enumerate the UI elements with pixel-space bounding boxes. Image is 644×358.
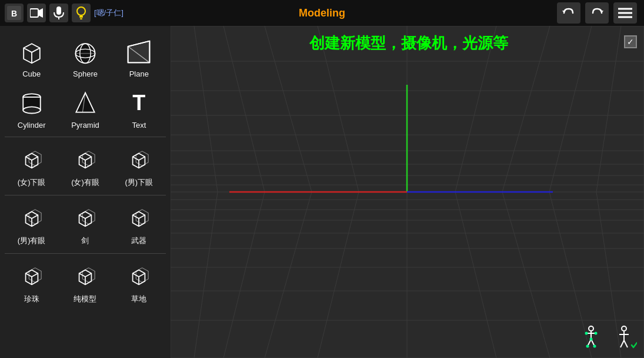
svg-line-68 xyxy=(85,273,91,277)
female-eye-icon xyxy=(70,144,101,175)
svg-line-92 xyxy=(455,192,496,358)
female-eye-item[interactable]: (女)有眼 xyxy=(58,140,112,193)
lightbulb-icon[interactable] xyxy=(72,4,91,22)
cube-label: Cube xyxy=(22,69,41,78)
grass-item[interactable]: 草地 xyxy=(112,256,166,309)
svg-line-33 xyxy=(32,157,38,160)
undo-button[interactable] xyxy=(557,2,580,24)
person-icon[interactable] xyxy=(611,325,637,351)
app-logo[interactable]: B xyxy=(5,4,24,22)
svg-line-134 xyxy=(624,340,628,347)
female-lower-eye-label: (女)下眼 xyxy=(18,177,46,188)
svg-point-127 xyxy=(590,338,593,341)
separator-3 xyxy=(5,253,166,254)
svg-line-89 xyxy=(265,192,312,358)
pyramid-item[interactable]: Pyramid xyxy=(58,83,112,134)
custom-row1: (女)下眼 (女)有眼 xyxy=(5,140,166,193)
svg-point-126 xyxy=(595,332,598,335)
sword-label: 剑 xyxy=(81,236,89,246)
text-icon-el: T xyxy=(124,88,154,118)
grass-label: 草地 xyxy=(131,294,146,304)
plane-item[interactable]: Plane xyxy=(112,32,166,83)
svg-line-133 xyxy=(620,340,624,347)
sword-item[interactable]: 剑 xyxy=(58,198,112,251)
svg-point-6 xyxy=(77,7,85,15)
svg-point-128 xyxy=(586,345,589,348)
sphere-icon xyxy=(70,37,101,67)
header-right xyxy=(557,2,644,24)
viewport[interactable]: .grid-line { stroke: #3a3a3a; stroke-wid… xyxy=(171,26,644,358)
grass-icon xyxy=(124,261,154,291)
female-lower-eye-item[interactable]: (女)下眼 xyxy=(5,140,58,193)
male-lower-eye-label: (男)下眼 xyxy=(125,177,153,188)
pyramid-label: Pyramid xyxy=(71,121,99,130)
svg-rect-7 xyxy=(79,16,83,18)
svg-line-53 xyxy=(85,215,91,218)
bracket-text: [嗯/子仁] xyxy=(94,8,124,18)
grid-svg: .grid-line { stroke: #3a3a3a; stroke-wid… xyxy=(171,26,644,358)
svg-line-13 xyxy=(24,48,32,52)
svg-line-38 xyxy=(85,157,91,160)
male-eye-item[interactable]: (男)有眼 xyxy=(5,198,58,251)
svg-line-43 xyxy=(139,157,145,160)
weapon-item[interactable]: 武器 xyxy=(112,198,166,251)
svg-point-125 xyxy=(585,332,588,335)
text-item[interactable]: T Text xyxy=(112,83,166,134)
custom-row2: (男)有眼 剑 xyxy=(5,198,166,251)
sphere-item[interactable]: Sphere xyxy=(58,32,112,83)
cylinder-item[interactable]: Cylinder xyxy=(5,83,58,134)
svg-point-28 xyxy=(23,107,40,113)
male-lower-eye-icon xyxy=(124,144,154,175)
svg-marker-29 xyxy=(76,93,94,112)
pure-model-icon xyxy=(70,261,101,291)
pure-model-item[interactable]: 纯模型 xyxy=(58,256,112,309)
cylinder-label: Cylinder xyxy=(18,121,46,130)
svg-line-88 xyxy=(223,192,265,358)
female-lower-eye-icon xyxy=(16,144,47,175)
pyramid-icon xyxy=(70,88,101,118)
redo-button[interactable] xyxy=(585,2,609,24)
subtitle: 创建新模型，摄像机，光源等 xyxy=(173,29,644,57)
male-eye-label: (男)有眼 xyxy=(18,236,46,246)
sphere-label: Sphere xyxy=(73,69,98,78)
svg-rect-8 xyxy=(80,18,82,19)
weapon-icon xyxy=(124,203,154,233)
svg-line-14 xyxy=(32,48,40,52)
header-left: B [嗯/子仁] xyxy=(0,4,557,22)
left-panel: Cube Sphere xyxy=(0,26,171,358)
menu-button[interactable] xyxy=(613,2,637,24)
male-lower-eye-item[interactable]: (男)下眼 xyxy=(112,140,166,193)
pearl-item[interactable]: 珍珠 xyxy=(5,256,58,309)
svg-point-120 xyxy=(589,326,593,331)
svg-rect-2 xyxy=(30,9,38,17)
svg-line-93 xyxy=(502,192,550,358)
svg-line-48 xyxy=(32,215,38,218)
header: B [嗯/子仁] Modeling xyxy=(0,0,644,26)
svg-line-90 xyxy=(318,192,359,358)
basic-shapes-grid: Cube Sphere xyxy=(5,32,166,134)
svg-point-129 xyxy=(593,345,596,348)
cube-item[interactable]: Cube xyxy=(5,32,58,83)
svg-marker-3 xyxy=(38,8,43,18)
plane-label: Plane xyxy=(129,69,149,78)
svg-line-87 xyxy=(194,192,218,358)
svg-line-63 xyxy=(32,273,38,277)
separator-2 xyxy=(5,195,166,195)
header-title: Modeling xyxy=(299,7,345,19)
mic-icon[interactable] xyxy=(49,4,68,22)
cube-icon xyxy=(16,37,47,67)
viewport-checkbox[interactable]: ✓ xyxy=(624,35,637,48)
plane-icon xyxy=(124,37,154,67)
custom-row3: 珍珠 纯模型 xyxy=(5,256,166,309)
cylinder-icon xyxy=(16,88,47,118)
separator-1 xyxy=(5,137,166,137)
svg-line-58 xyxy=(139,215,145,218)
sword-icon xyxy=(70,203,101,233)
svg-point-130 xyxy=(622,326,626,331)
svg-line-73 xyxy=(139,273,145,277)
skeleton-icon[interactable] xyxy=(578,325,604,351)
female-eye-label: (女)有眼 xyxy=(71,177,99,188)
male-eye-icon xyxy=(16,203,47,233)
video-icon[interactable] xyxy=(27,4,46,22)
pure-model-label: 纯模型 xyxy=(74,294,96,304)
